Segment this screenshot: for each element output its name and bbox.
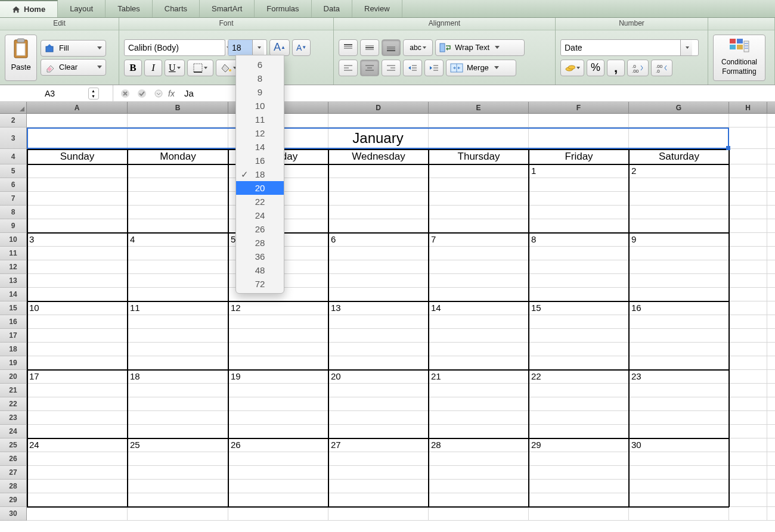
row-header-4[interactable]: 4 [0,149,27,164]
clear-button[interactable]: Clear [41,59,106,76]
row-header-19[interactable]: 19 [0,356,27,370]
row-header-27[interactable]: 27 [0,466,27,480]
font-size-option-26[interactable]: 26 [236,222,284,236]
row-header-14[interactable]: 14 [0,288,27,301]
fx-dropdown-button[interactable] [151,88,166,99]
name-box-stepper[interactable]: ▲ ▼ [88,88,99,99]
conditional-formatting-button[interactable]: Conditional Formatting [713,35,765,81]
row-header-6[interactable]: 6 [0,178,27,192]
currency-button[interactable] [560,60,584,76]
shrink-font-button[interactable]: A▼ [292,39,311,56]
cell-reference-input[interactable] [14,89,86,98]
italic-button[interactable]: I [144,60,162,76]
font-size-option-72[interactable]: 72 [236,277,284,291]
cells-area[interactable]: JanuarySundayMondayTuesdayWednesdayThurs… [27,114,775,521]
percent-button[interactable]: % [587,60,604,76]
align-top-button[interactable] [339,39,358,56]
row-header-25[interactable]: 25 [0,438,27,452]
font-size-option-10[interactable]: 10 [236,99,284,113]
align-bottom-button[interactable] [382,39,401,56]
font-name-input[interactable] [125,40,225,55]
font-size-option-22[interactable]: 22 [236,195,284,209]
row-header-29[interactable]: 29 [0,493,27,507]
align-left-button[interactable] [339,60,358,76]
name-box[interactable]: ▲ ▼ [0,85,113,101]
font-size-option-9[interactable]: 9 [236,85,284,99]
select-all-corner[interactable] [0,102,27,113]
row-header-3[interactable]: 3 [0,127,27,149]
number-format-input[interactable] [561,40,680,55]
row-header-9[interactable]: 9 [0,219,27,233]
font-size-option-48[interactable]: 48 [236,263,284,277]
orientation-button[interactable]: abc [403,39,433,56]
row-header-28[interactable]: 28 [0,480,27,493]
indent-decrease-button[interactable] [403,60,422,76]
row-header-17[interactable]: 17 [0,329,27,343]
number-format-dropdown[interactable] [680,40,692,55]
font-size-option-11[interactable]: 11 [236,113,284,126]
bold-button[interactable]: B [124,60,142,76]
row-header-8[interactable]: 8 [0,206,27,219]
indent-increase-button[interactable] [424,60,444,76]
number-format-select[interactable] [560,39,699,56]
row-header-5[interactable]: 5 [0,164,27,178]
font-name-select[interactable] [124,39,225,56]
font-size-option-18[interactable]: ✓18 [236,167,284,181]
row-header-2[interactable]: 2 [0,114,27,127]
row-header-20[interactable]: 20 [0,370,27,384]
row-header-30[interactable]: 30 [0,507,27,521]
align-center-button[interactable] [360,60,379,76]
font-size-option-12[interactable]: 12 [236,126,284,140]
tab-data[interactable]: Data [312,0,352,17]
stepper-down-icon[interactable]: ▼ [89,94,98,99]
font-size-option-36[interactable]: 36 [236,250,284,263]
border-button[interactable] [187,60,213,76]
wrap-text-button[interactable]: Wrap Text [435,39,525,56]
stepper-up-icon[interactable]: ▲ [89,88,98,94]
align-right-button[interactable] [382,60,401,76]
comma-button[interactable]: , [607,60,625,76]
spreadsheet-grid[interactable]: 2345678910111213141516171819202122232425… [0,114,775,521]
font-size-option-16[interactable]: 16 [236,154,284,167]
paste-button[interactable]: Paste [5,35,37,81]
tab-home[interactable]: Home [0,0,58,17]
font-size-option-28[interactable]: 28 [236,236,284,250]
column-header-E[interactable]: E [429,102,529,113]
column-header-H[interactable]: H [729,102,767,113]
font-size-option-8[interactable]: 8 [236,71,284,85]
column-header-G[interactable]: G [629,102,729,113]
font-size-option-20[interactable]: 20 [236,181,284,195]
row-header-16[interactable]: 16 [0,315,27,329]
row-header-15[interactable]: 15 [0,301,27,315]
fill-button[interactable]: Fill [41,40,106,57]
tab-layout[interactable]: Layout [58,0,106,17]
tab-formulas[interactable]: Formulas [255,0,311,17]
column-header-D[interactable]: D [328,102,429,113]
column-header-A[interactable]: A [27,102,128,113]
align-middle-button[interactable] [360,39,379,56]
font-size-option-6[interactable]: 6 [236,58,284,71]
font-size-option-24[interactable]: 24 [236,209,284,222]
column-header-B[interactable]: B [128,102,228,113]
row-header-26[interactable]: 26 [0,452,27,466]
cancel-formula-button[interactable] [118,88,132,99]
font-size-option-14[interactable]: 14 [236,140,284,154]
row-header-22[interactable]: 22 [0,397,27,411]
font-size-input[interactable] [228,40,252,55]
row-header-13[interactable]: 13 [0,274,27,288]
row-header-23[interactable]: 23 [0,411,27,425]
font-size-dropdown[interactable] [252,40,264,55]
confirm-formula-button[interactable] [135,88,149,99]
tab-charts[interactable]: Charts [153,0,200,17]
grow-font-button[interactable]: A▲ [269,39,290,56]
decrease-decimal-button[interactable]: .00.0 [651,60,672,76]
merge-button[interactable]: Merge [446,60,516,76]
row-header-10[interactable]: 10 [0,233,27,247]
underline-button[interactable]: U [165,60,185,76]
row-header-7[interactable]: 7 [0,192,27,206]
column-header-F[interactable]: F [529,102,629,113]
tab-review[interactable]: Review [352,0,402,17]
tab-smartart[interactable]: SmartArt [200,0,255,17]
increase-decimal-button[interactable]: .0.00 [627,60,649,76]
row-header-12[interactable]: 12 [0,260,27,274]
